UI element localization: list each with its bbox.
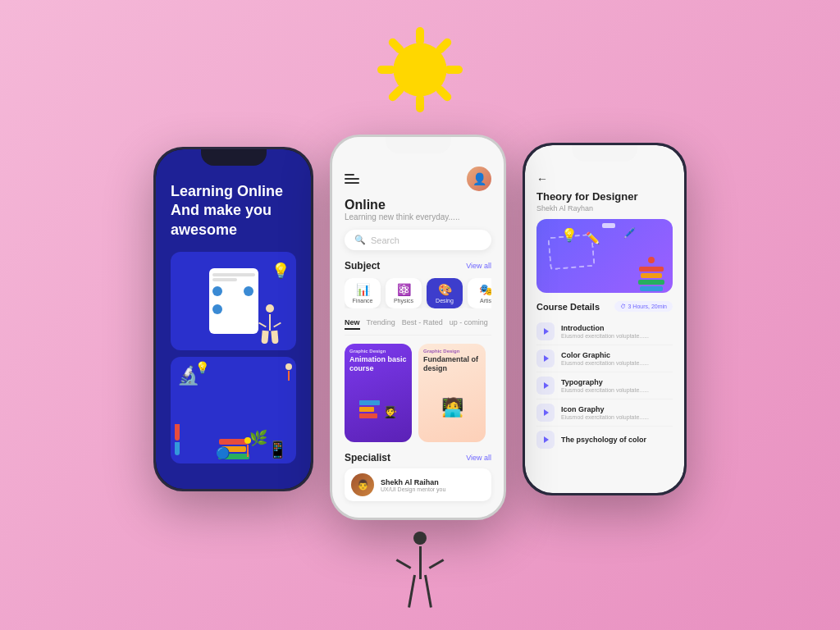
play-triangle-2: [544, 355, 549, 362]
phone-3-content: ← Theory for Designer Shekh Al Rayhan 💡 …: [525, 145, 684, 493]
course-details-label: Course Details: [536, 302, 600, 312]
card-1-illustration: 🧑‍🎓: [345, 377, 412, 422]
lesson-desc-1: Eiusmod exercitation voluptate......: [561, 333, 649, 339]
play-btn-5[interactable]: [536, 431, 555, 449]
duration-badge: ⏱ 3 Hours, 20min: [614, 301, 673, 312]
lesson-desc-2: Eiusmod exercitation voluptate......: [561, 360, 649, 366]
back-button[interactable]: ←: [536, 172, 673, 185]
lesson-item-4[interactable]: Icon Graphy Eiusmod exercitation volupta…: [536, 399, 673, 427]
card-2-tag: Graphic Design: [418, 344, 486, 355]
test-tubes: [175, 424, 180, 455]
subject-section-header: Subject View all: [345, 260, 491, 272]
subject-view-all[interactable]: View all: [466, 262, 491, 270]
subjects-row: 📊 Finance ⚛️ Physics 🎨 Desing 🎭 Artis: [345, 278, 491, 308]
tab-upcoming[interactable]: up - coming: [450, 318, 488, 330]
lesson-desc-3: Eiusmod exercitation voluptate......: [561, 387, 649, 393]
search-placeholder: Search: [371, 235, 399, 245]
tab-new[interactable]: New: [345, 318, 360, 330]
lesson-name-5: The psychology of color: [561, 436, 646, 444]
specialist-name: Shekh Al Raihan: [381, 478, 445, 486]
tab-trending[interactable]: Trending: [367, 318, 395, 330]
lesson-item-5[interactable]: The psychology of color: [536, 427, 673, 453]
specialist-role: UX/UI Design mentor you: [381, 486, 445, 492]
phone-2-content: 👤 Online Learning new think everyday....…: [332, 137, 504, 518]
tab-best-rated[interactable]: Best - Rated: [402, 318, 443, 330]
lesson-info-5: The psychology of color: [561, 436, 646, 445]
sphere-icon: 🔵: [216, 446, 230, 459]
phone-mockup-inner: [209, 268, 258, 334]
physics-label: Physics: [394, 298, 413, 304]
lesson-name-2: Color Graphic: [561, 351, 649, 359]
phones-container: Learning Online And make you awesome: [153, 135, 687, 520]
card-2-illustration: 🧑‍💻: [418, 377, 486, 422]
phone-1-headline: Learning Online And make you awesome: [171, 182, 296, 240]
courses-row: Graphic Design Animation basic course 🧑‍…: [345, 344, 491, 442]
design-label: Desing: [436, 298, 454, 304]
play-btn-2[interactable]: [536, 349, 555, 368]
search-bar[interactable]: 🔍 Search: [345, 230, 491, 250]
specialist-title: Specialist: [345, 452, 390, 463]
lesson-item-2[interactable]: Color Graphic Eiusmod exercitation volup…: [536, 345, 673, 372]
play-triangle-5: [544, 436, 549, 443]
specialist-item[interactable]: 👨 Shekh Al Raihan UX/UI Design mentor yo…: [345, 468, 491, 501]
play-triangle-3: [544, 382, 549, 389]
plant-icon: 🌿: [249, 429, 267, 447]
play-btn-3[interactable]: [536, 377, 555, 395]
card-2-figure: 🧑‍💻: [441, 397, 463, 418]
play-btn-4[interactable]: [536, 404, 555, 422]
dot-blue-1: [212, 286, 222, 296]
phone-2: 👤 Online Learning new think everyday....…: [330, 135, 506, 520]
phone-3: ← Theory for Designer Shekh Al Rayhan 💡 …: [523, 143, 687, 495]
artis-label: Artis: [480, 298, 491, 304]
hero-books: [638, 257, 664, 291]
phone-2-notch: [386, 137, 451, 153]
card-1-title: Animation basic course: [345, 355, 412, 377]
course-hero-banner: 💡 ✏️ 🖊️: [536, 219, 673, 293]
menu-icon[interactable]: [345, 174, 359, 184]
lesson-info-4: Icon Graphy Eiusmod exercitation volupta…: [561, 405, 649, 420]
play-btn-1[interactable]: [536, 322, 555, 340]
course-card-fundamental[interactable]: Graphic Design Fundamental of design 🧑‍💻: [418, 344, 486, 442]
search-icon: 🔍: [354, 235, 366, 245]
phone-1-illustration-top: 💡: [171, 252, 296, 350]
lessons-list: Introduction Eiusmod exercitation volupt…: [536, 318, 673, 453]
course-author: Shekh Al Rayhan: [536, 204, 673, 212]
lesson-desc-4: Eiusmod exercitation voluptate......: [561, 414, 649, 420]
subject-title: Subject: [345, 260, 380, 272]
course-card-animation[interactable]: Graphic Design Animation basic course 🧑‍…: [345, 344, 412, 442]
subject-artis[interactable]: 🎭 Artis: [468, 278, 491, 308]
lesson-name-3: Typography: [561, 378, 649, 386]
bulb-icon: 💡: [195, 361, 209, 374]
phone-1-illustration-bottom: 🔬 💡 📱 🌿: [171, 357, 296, 463]
avatar[interactable]: 👤: [467, 167, 491, 191]
lesson-item-3[interactable]: Typography Eiusmod exercitation voluptat…: [536, 372, 673, 399]
lesson-info-3: Typography Eiusmod exercitation voluptat…: [561, 378, 649, 393]
lightbulb-icon: 💡: [272, 262, 290, 280]
hero-eraser: [602, 223, 615, 228]
specialist-info: Shekh Al Raihan UX/UI Design mentor you: [381, 478, 445, 492]
lesson-name-4: Icon Graphy: [561, 405, 649, 413]
hero-lightbulb-icon: 💡: [561, 227, 578, 243]
hero-pencil-icon: ✏️: [586, 231, 600, 244]
card-figure: 🧑‍🎓: [383, 405, 397, 418]
menu-line-1: [345, 174, 354, 176]
mockup-line-2: [212, 278, 237, 281]
subject-design[interactable]: 🎨 Desing: [427, 278, 463, 308]
specialist-avatar: 👨: [351, 473, 374, 496]
lesson-item-1[interactable]: Introduction Eiusmod exercitation volupt…: [536, 318, 673, 345]
course-title: Theory for Designer: [536, 190, 673, 203]
subject-finance[interactable]: 📊 Finance: [345, 278, 381, 308]
hand-person-decoration: [395, 532, 445, 630]
specialist-view-all[interactable]: View all: [466, 454, 491, 462]
person-head: [413, 532, 427, 545]
dot-blue-2: [244, 286, 253, 296]
phone-3-screen: ← Theory for Designer Shekh Al Rayhan 💡 …: [525, 145, 684, 493]
subject-physics[interactable]: ⚛️ Physics: [386, 278, 422, 308]
design-icon: 🎨: [438, 283, 452, 296]
physics-icon: ⚛️: [397, 283, 411, 296]
sun-decoration: [354, 4, 486, 135]
clock-icon: ⏱: [620, 304, 626, 309]
finance-label: Finance: [353, 298, 373, 304]
hero-marker-icon: 🖊️: [623, 227, 636, 239]
stick-figure: [258, 304, 281, 344]
